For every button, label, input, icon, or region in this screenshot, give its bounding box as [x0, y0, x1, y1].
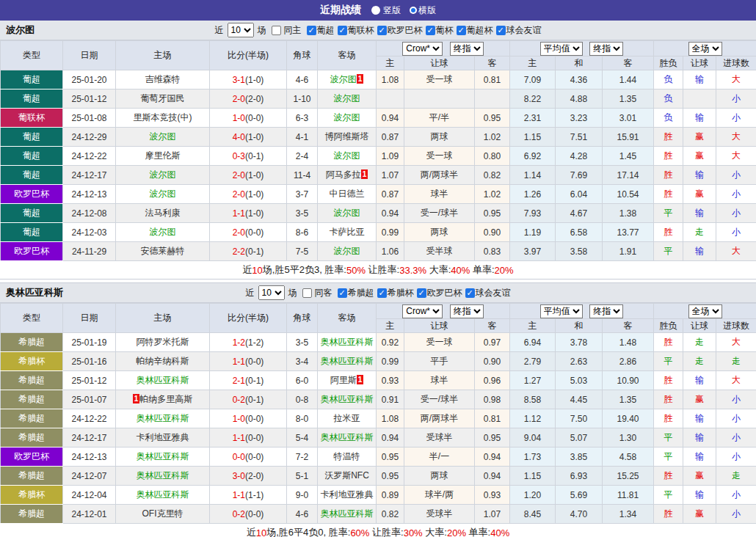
avg-home-cell: 1.14 [510, 166, 556, 185]
fulltime-score: 2-2 [233, 246, 245, 257]
final-odds-select-2[interactable]: 终指 [589, 304, 623, 318]
corner-cell: 3-5 [287, 333, 318, 352]
league-filter-欧罗巴杯[interactable]: ✓欧罗巴杯 [377, 24, 423, 37]
away-team-cell: 奥林匹亚科斯 [318, 505, 377, 524]
handicap-result-cell: 输 [683, 486, 716, 505]
result-cell: 平 [654, 428, 683, 448]
avg-away-cell: 15.25 [603, 467, 654, 486]
col-header-result-handicap: 让球 [683, 56, 716, 70]
league-filter-group: ✓希腊超✓希腊杯✓欧罗巴杯✓球会友谊 [335, 287, 511, 299]
result-cell: 负 [654, 70, 683, 90]
league-filter-希腊杯[interactable]: ✓希腊杯 [377, 287, 414, 299]
games-label: 场 [258, 24, 266, 37]
col-header-odds-home: 主 [377, 319, 404, 333]
checkbox-checked-icon[interactable]: ✓ [465, 288, 475, 298]
avg-away-cell: 10.54 [603, 185, 654, 204]
scope-select[interactable]: 全场 [688, 42, 722, 56]
league-filter-葡杯[interactable]: ✓葡杯 [426, 24, 454, 37]
checkbox-checked-icon[interactable]: ✓ [426, 26, 435, 35]
corner-cell: 3-7 [287, 185, 318, 204]
checkbox-checked-icon[interactable]: ✓ [457, 26, 466, 35]
score-cell: 1-1(1-0) [210, 204, 287, 223]
final-odds-select-2[interactable]: 终指 [589, 42, 623, 56]
section-team-name: 奥林匹亚科斯 [6, 286, 63, 299]
checkbox-checked-icon[interactable]: ✓ [377, 26, 387, 35]
halftime-score: (1-0) [245, 189, 263, 200]
filter-controls: 近 10 场 同主 ✓葡超✓葡联杯✓欧罗巴杯✓葡杯✓葡超杯✓球会友谊 [215, 23, 542, 37]
fulltime-score: 0-2 [233, 509, 245, 519]
checkbox-checked-icon[interactable]: ✓ [417, 288, 426, 298]
handicap-result-cell: 走 [683, 333, 716, 352]
same-venue-label: 同客 [315, 287, 332, 299]
summary-segment: 10 [252, 265, 262, 276]
avg-home-cell: 8.45 [510, 505, 556, 524]
handicap-cell: 半/一 [404, 448, 475, 467]
odds-home-cell: 0.99 [377, 352, 404, 371]
checkbox-checked-icon[interactable]: ✓ [496, 26, 506, 35]
checkbox-checked-icon[interactable]: ✓ [338, 288, 347, 298]
final-odds-select[interactable]: 终指 [450, 304, 484, 318]
league-filter-球会友谊[interactable]: ✓球会友谊 [496, 24, 542, 37]
home-team-cell: 奥林匹亚科斯 [116, 486, 210, 505]
team-name: 波尔图 [150, 227, 176, 237]
league-filter-欧罗巴杯[interactable]: ✓欧罗巴杯 [417, 287, 462, 299]
corner-cell: 5-1 [287, 467, 318, 486]
team-name: 奥林匹亚科斯 [321, 508, 374, 519]
odds-away-cell: 1.02 [475, 128, 510, 147]
same-venue-filter[interactable]: 同客 [302, 287, 332, 299]
team-name: 波尔图 [334, 93, 360, 103]
radio-unselected-icon[interactable] [371, 6, 380, 15]
avg-home-cell: 1.15 [510, 128, 556, 147]
league-filter-葡联杯[interactable]: ✓葡联杯 [338, 24, 374, 37]
match-count-select[interactable]: 10 [228, 23, 254, 37]
col-header-handicap: 让球 [404, 319, 475, 333]
scope-select[interactable]: 全场 [688, 304, 722, 318]
league-filter-葡超杯[interactable]: ✓葡超杯 [457, 24, 493, 37]
odds-source-select[interactable]: Crow* [402, 42, 443, 56]
scope-header: 全场 [654, 41, 756, 56]
avg-draw-cell: 7.51 [556, 128, 603, 147]
team-name: OFI克里特 [142, 508, 183, 519]
handicap-result-cell: 输 [683, 409, 716, 428]
final-odds-select[interactable]: 终指 [450, 42, 484, 56]
avg-away-cell: 3.01 [603, 109, 654, 128]
match-count-select[interactable]: 10 [258, 285, 285, 300]
average-odds-select[interactable]: 平均值 [540, 42, 583, 56]
match-date: 25-01-12 [63, 371, 116, 390]
layout-radio-horizontal[interactable]: 横版 [411, 4, 436, 17]
league-filter-葡超[interactable]: ✓葡超 [307, 24, 335, 37]
halftime-score: (0-1) [245, 151, 263, 161]
radio-vertical-label: 竖版 [383, 4, 401, 17]
corner-cell: 5-4 [287, 428, 318, 448]
summary-segment: 让胜率: [369, 526, 403, 537]
odds-source-select[interactable]: Crow* [402, 304, 443, 318]
league-filter-希腊超[interactable]: ✓希腊超 [338, 287, 374, 299]
league-filter-球会友谊[interactable]: ✓球会友谊 [465, 287, 511, 299]
avg-away-cell: 1.48 [603, 333, 654, 352]
radio-selected-icon[interactable] [411, 8, 415, 12]
team-name: 沃罗斯NFC [324, 470, 369, 481]
team-name: 阿马多拉 [326, 169, 361, 180]
same-venue-filter[interactable]: 同主 [272, 24, 302, 37]
result-cell: 胜 [654, 409, 683, 428]
away-team-cell: 卡萨比亚 [318, 223, 377, 242]
checkbox-checked-icon[interactable]: ✓ [307, 26, 316, 35]
odds-away-cell: 0.97 [475, 333, 510, 352]
checkbox-unchecked-icon[interactable] [272, 26, 281, 35]
average-odds-select[interactable]: 平均值 [540, 304, 583, 318]
corner-cell: 1-10 [287, 90, 318, 109]
layout-radio-vertical[interactable]: 竖版 [371, 4, 401, 17]
match-row: 葡超24-12-29波尔图4-0(1-0)4-1博阿维斯塔0.87两球1.021… [1, 128, 756, 147]
avg-draw-cell: 4.36 [556, 70, 603, 90]
odds-home-cell: 1.09 [377, 147, 404, 166]
league-type-cell: 葡超 [1, 223, 63, 242]
fulltime-score: 3-1 [233, 75, 245, 85]
checkbox-unchecked-icon[interactable] [302, 288, 312, 298]
team-name: 吉维森特 [145, 74, 181, 84]
league-type-cell: 葡联杯 [1, 109, 63, 128]
checkbox-checked-icon[interactable]: ✓ [377, 288, 387, 298]
checkbox-checked-icon[interactable]: ✓ [338, 26, 347, 35]
odds-home-cell: 0.87 [377, 185, 404, 204]
home-team-cell: 法马利康 [116, 204, 210, 223]
section-summary: 近10场,胜5平2负3, 胜率:50% 让胜率:33.3% 大率:40% 单率:… [0, 261, 756, 280]
